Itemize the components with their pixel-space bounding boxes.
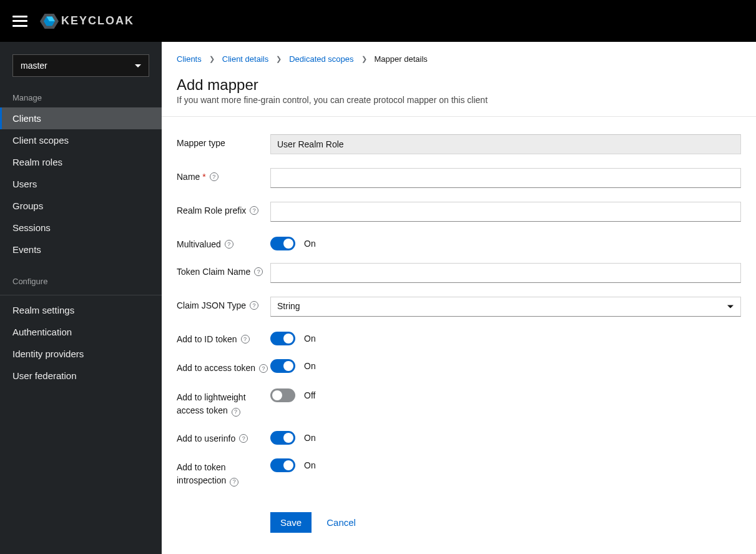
required-asterisk: * xyxy=(202,172,205,182)
help-icon[interactable]: ? xyxy=(232,408,240,417)
add-lightweight-switch[interactable] xyxy=(270,388,295,402)
help-icon[interactable]: ? xyxy=(250,206,258,215)
add-lightweight-label-text1: Add to lightweight xyxy=(177,392,246,402)
add-userinfo-switch[interactable] xyxy=(270,431,295,445)
add-introspection-switch[interactable] xyxy=(270,458,295,472)
help-icon[interactable]: ? xyxy=(225,240,233,249)
mapper-type-label: Mapper type xyxy=(177,134,270,148)
add-access-token-switch-text: On xyxy=(304,361,316,371)
add-introspection-switch-text: On xyxy=(304,460,316,470)
chevron-right-icon: ❯ xyxy=(361,55,367,63)
hamburger-menu-button[interactable] xyxy=(12,16,27,27)
multivalued-label-text: Multivalued xyxy=(177,239,221,249)
field-add-userinfo: Add to userinfo ? On xyxy=(177,430,741,445)
divider xyxy=(0,295,162,295)
add-introspection-label-text1: Add to token xyxy=(177,462,226,472)
breadcrumb-link-client-details[interactable]: Client details xyxy=(222,54,268,64)
realm-selector-value: master xyxy=(21,61,47,71)
breadcrumb-link-clients[interactable]: Clients xyxy=(177,54,202,64)
mapper-type-value: User Realm Role xyxy=(270,134,741,154)
realm-role-prefix-label-text: Realm Role prefix xyxy=(177,205,246,215)
logo[interactable]: KEYCLOAK xyxy=(40,12,134,31)
token-claim-name-label-text: Token Claim Name xyxy=(177,267,250,277)
help-icon[interactable]: ? xyxy=(254,267,263,276)
sidebar-item-sessions[interactable]: Sessions xyxy=(0,217,162,239)
add-id-token-switch-text: On xyxy=(304,334,316,344)
add-introspection-label-text2: introspection xyxy=(177,475,226,485)
add-access-token-label: Add to access token ? xyxy=(177,358,270,375)
nav-section-configure: Configure xyxy=(0,272,162,291)
field-add-id-token: Add to ID token ? On xyxy=(177,330,741,345)
breadcrumb-current: Mapper details xyxy=(375,54,428,64)
add-id-token-label: Add to ID token ? xyxy=(177,330,270,344)
field-add-access-token: Add to access token ? On xyxy=(177,358,741,375)
name-input[interactable] xyxy=(270,168,741,188)
help-icon[interactable]: ? xyxy=(210,172,218,181)
claim-json-type-select[interactable]: String xyxy=(270,297,741,317)
field-multivalued: Multivalued ? On xyxy=(177,235,741,250)
field-realm-role-prefix: Realm Role prefix ? xyxy=(177,202,741,222)
help-icon[interactable]: ? xyxy=(230,478,238,487)
multivalued-switch[interactable] xyxy=(270,237,295,250)
sidebar-item-identity-providers[interactable]: Identity providers xyxy=(0,343,162,365)
sidebar: master Manage Clients Client scopes Real… xyxy=(0,42,162,554)
help-icon[interactable]: ? xyxy=(259,364,268,373)
help-icon[interactable]: ? xyxy=(250,301,258,310)
main-content: Clients ❯ Client details ❯ Dedicated sco… xyxy=(162,42,756,554)
token-claim-name-input[interactable] xyxy=(270,263,741,283)
add-userinfo-label: Add to userinfo ? xyxy=(177,430,270,443)
field-name: Name * ? xyxy=(177,168,741,188)
field-add-introspection: Add to token introspection ? On xyxy=(177,457,741,487)
form-actions: Save Cancel xyxy=(270,512,741,533)
logo-text: KEYCLOAK xyxy=(61,14,134,27)
add-id-token-switch[interactable] xyxy=(270,332,295,345)
name-label: Name * ? xyxy=(177,168,270,182)
add-introspection-label: Add to token introspection ? xyxy=(177,457,270,487)
chevron-right-icon: ❯ xyxy=(276,55,282,63)
sidebar-item-users[interactable]: Users xyxy=(0,173,162,195)
field-token-claim-name: Token Claim Name ? xyxy=(177,263,741,283)
add-lightweight-switch-text: Off xyxy=(304,390,315,400)
realm-role-prefix-input[interactable] xyxy=(270,202,741,222)
add-lightweight-label-text2: access token xyxy=(177,405,228,415)
top-header: KEYCLOAK xyxy=(0,0,756,42)
nav-section-manage: Manage xyxy=(0,88,162,107)
sidebar-item-realm-settings[interactable]: Realm settings xyxy=(0,299,162,321)
realm-role-prefix-label: Realm Role prefix ? xyxy=(177,202,270,215)
realm-selector[interactable]: master xyxy=(12,54,149,77)
sidebar-item-realm-roles[interactable]: Realm roles xyxy=(0,151,162,173)
add-lightweight-label: Add to lightweight access token ? xyxy=(177,387,270,417)
sidebar-item-events[interactable]: Events xyxy=(0,239,162,260)
add-userinfo-switch-text: On xyxy=(304,433,316,443)
claim-json-type-label: Claim JSON Type ? xyxy=(177,297,270,310)
page-title: Add mapper xyxy=(177,76,741,94)
help-icon[interactable]: ? xyxy=(239,434,248,443)
multivalued-label: Multivalued ? xyxy=(177,235,270,249)
breadcrumb: Clients ❯ Client details ❯ Dedicated sco… xyxy=(177,54,741,64)
sidebar-item-clients[interactable]: Clients xyxy=(0,107,162,129)
add-userinfo-label-text: Add to userinfo xyxy=(177,433,235,443)
claim-json-type-label-text: Claim JSON Type xyxy=(177,300,246,310)
sidebar-item-user-federation[interactable]: User federation xyxy=(0,365,162,387)
name-label-text: Name xyxy=(177,172,200,182)
field-add-lightweight-access-token: Add to lightweight access token ? Off xyxy=(177,387,741,417)
sidebar-item-groups[interactable]: Groups xyxy=(0,195,162,217)
field-mapper-type: Mapper type User Realm Role xyxy=(177,134,741,154)
sidebar-item-authentication[interactable]: Authentication xyxy=(0,321,162,343)
add-access-token-label-text: Add to access token xyxy=(177,363,255,373)
sidebar-item-client-scopes[interactable]: Client scopes xyxy=(0,129,162,151)
caret-down-icon xyxy=(135,64,141,67)
multivalued-switch-text: On xyxy=(304,239,316,249)
help-icon[interactable]: ? xyxy=(241,335,250,344)
divider xyxy=(162,116,756,117)
save-button[interactable]: Save xyxy=(270,512,312,533)
keycloak-logo-icon xyxy=(40,12,59,31)
cancel-button[interactable]: Cancel xyxy=(326,517,356,528)
token-claim-name-label: Token Claim Name ? xyxy=(177,263,270,277)
chevron-right-icon: ❯ xyxy=(209,55,215,63)
field-claim-json-type: Claim JSON Type ? String xyxy=(177,297,741,317)
add-id-token-label-text: Add to ID token xyxy=(177,334,237,344)
page-subtitle: If you want more fine-grain control, you… xyxy=(177,95,741,105)
add-access-token-switch[interactable] xyxy=(270,359,295,373)
breadcrumb-link-dedicated-scopes[interactable]: Dedicated scopes xyxy=(289,54,353,64)
